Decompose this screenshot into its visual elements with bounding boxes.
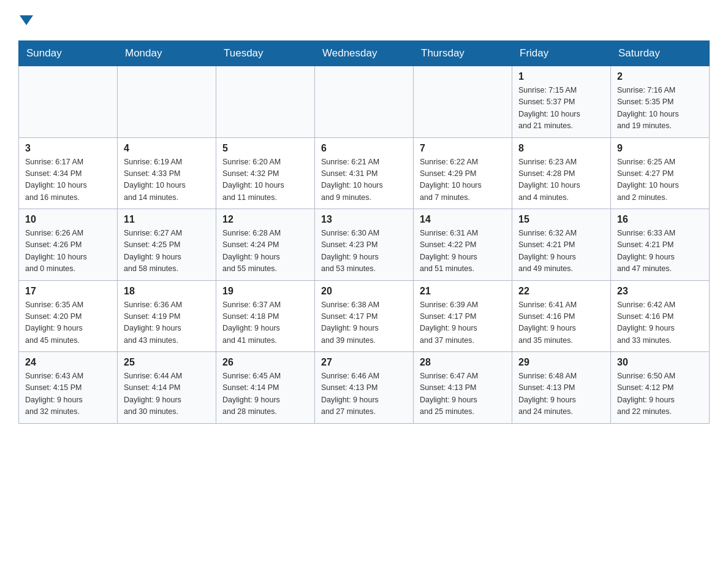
day-number: 4 [124,143,210,154]
day-info: Sunrise: 7:16 AMSunset: 5:35 PMDaylight:… [617,85,703,132]
day-info: Sunrise: 6:41 AMSunset: 4:16 PMDaylight:… [518,299,604,347]
calendar-day-cell: 23Sunrise: 6:42 AMSunset: 4:16 PMDayligh… [611,280,710,352]
day-info: Sunrise: 6:23 AMSunset: 4:28 PMDaylight:… [518,156,604,204]
calendar-week-row: 10Sunrise: 6:26 AMSunset: 4:26 PMDayligh… [19,209,710,281]
calendar-day-cell: 28Sunrise: 6:47 AMSunset: 4:13 PMDayligh… [414,352,512,424]
day-info: Sunrise: 6:35 AMSunset: 4:20 PMDaylight:… [25,299,111,347]
calendar-day-cell: 10Sunrise: 6:26 AMSunset: 4:26 PMDayligh… [19,209,118,281]
day-info: Sunrise: 6:30 AMSunset: 4:23 PMDaylight:… [321,228,407,275]
calendar-day-header: Tuesday [216,41,315,66]
day-number: 21 [420,286,506,297]
calendar-day-cell: 12Sunrise: 6:28 AMSunset: 4:24 PMDayligh… [216,209,315,281]
day-info: Sunrise: 6:42 AMSunset: 4:16 PMDaylight:… [617,299,703,347]
calendar-day-cell: 14Sunrise: 6:31 AMSunset: 4:22 PMDayligh… [414,209,512,281]
day-info: Sunrise: 6:19 AMSunset: 4:33 PMDaylight:… [124,156,210,204]
day-info: Sunrise: 7:15 AMSunset: 5:37 PMDaylight:… [518,85,604,132]
day-info: Sunrise: 6:26 AMSunset: 4:26 PMDaylight:… [25,228,111,275]
calendar-day-cell [315,66,414,138]
day-info: Sunrise: 6:46 AMSunset: 4:13 PMDaylight:… [321,370,407,418]
calendar-day-cell: 27Sunrise: 6:46 AMSunset: 4:13 PMDayligh… [315,352,414,424]
calendar-day-cell [19,66,118,138]
calendar-header-row: SundayMondayTuesdayWednesdayThursdayFrid… [19,41,710,66]
day-number: 23 [617,286,703,297]
calendar-day-cell: 30Sunrise: 6:50 AMSunset: 4:12 PMDayligh… [611,352,710,424]
calendar-day-cell [118,66,216,138]
day-number: 20 [321,286,407,297]
day-info: Sunrise: 6:22 AMSunset: 4:29 PMDaylight:… [420,156,506,204]
day-info: Sunrise: 6:39 AMSunset: 4:17 PMDaylight:… [420,299,506,347]
day-number: 30 [617,357,703,368]
calendar-day-cell: 21Sunrise: 6:39 AMSunset: 4:17 PMDayligh… [414,280,512,352]
calendar-week-row: 17Sunrise: 6:35 AMSunset: 4:20 PMDayligh… [19,280,710,352]
calendar-week-row: 24Sunrise: 6:43 AMSunset: 4:15 PMDayligh… [19,352,710,424]
day-info: Sunrise: 6:32 AMSunset: 4:21 PMDaylight:… [518,228,604,275]
day-number: 10 [25,214,111,225]
day-info: Sunrise: 6:21 AMSunset: 4:31 PMDaylight:… [321,156,407,204]
calendar-day-header: Thursday [414,41,512,66]
day-number: 9 [617,143,703,154]
day-number: 27 [321,357,407,368]
calendar-day-cell: 22Sunrise: 6:41 AMSunset: 4:16 PMDayligh… [512,280,611,352]
day-number: 3 [25,143,111,154]
logo-arrow-icon [20,15,33,29]
day-number: 14 [420,214,506,225]
calendar-day-header: Friday [512,41,611,66]
calendar-day-cell: 6Sunrise: 6:21 AMSunset: 4:31 PMDaylight… [315,137,414,209]
day-number: 16 [617,214,703,225]
day-info: Sunrise: 6:28 AMSunset: 4:24 PMDaylight:… [222,228,308,275]
day-number: 13 [321,214,407,225]
calendar-day-cell: 24Sunrise: 6:43 AMSunset: 4:15 PMDayligh… [19,352,118,424]
day-number: 7 [420,143,506,154]
svg-marker-0 [20,15,33,25]
day-number: 8 [518,143,604,154]
day-info: Sunrise: 6:27 AMSunset: 4:25 PMDaylight:… [124,228,210,275]
calendar-day-cell: 25Sunrise: 6:44 AMSunset: 4:14 PMDayligh… [118,352,216,424]
day-number: 26 [222,357,308,368]
day-number: 18 [124,286,210,297]
calendar-day-header: Wednesday [315,41,414,66]
calendar-table: SundayMondayTuesdayWednesdayThursdayFrid… [18,40,710,424]
day-info: Sunrise: 6:44 AMSunset: 4:14 PMDaylight:… [124,370,210,418]
calendar-day-cell: 4Sunrise: 6:19 AMSunset: 4:33 PMDaylight… [118,137,216,209]
day-number: 17 [25,286,111,297]
calendar-day-cell: 18Sunrise: 6:36 AMSunset: 4:19 PMDayligh… [118,280,216,352]
calendar-day-cell [216,66,315,138]
day-info: Sunrise: 6:36 AMSunset: 4:19 PMDaylight:… [124,299,210,347]
calendar-day-header: Sunday [19,41,118,66]
day-number: 1 [518,71,604,82]
day-number: 15 [518,214,604,225]
day-number: 2 [617,71,703,82]
calendar-week-row: 1Sunrise: 7:15 AMSunset: 5:37 PMDaylight… [19,66,710,138]
calendar-day-header: Monday [118,41,216,66]
day-info: Sunrise: 6:25 AMSunset: 4:27 PMDaylight:… [617,156,703,204]
calendar-day-cell: 9Sunrise: 6:25 AMSunset: 4:27 PMDaylight… [611,137,710,209]
day-number: 24 [25,357,111,368]
calendar-day-cell: 29Sunrise: 6:48 AMSunset: 4:13 PMDayligh… [512,352,611,424]
calendar-day-header: Saturday [611,41,710,66]
logo [18,12,33,31]
day-number: 22 [518,286,604,297]
calendar-day-cell: 11Sunrise: 6:27 AMSunset: 4:25 PMDayligh… [118,209,216,281]
calendar-day-cell: 26Sunrise: 6:45 AMSunset: 4:14 PMDayligh… [216,352,315,424]
day-info: Sunrise: 6:31 AMSunset: 4:22 PMDaylight:… [420,228,506,275]
calendar-day-cell: 8Sunrise: 6:23 AMSunset: 4:28 PMDaylight… [512,137,611,209]
calendar-day-cell: 13Sunrise: 6:30 AMSunset: 4:23 PMDayligh… [315,209,414,281]
day-number: 6 [321,143,407,154]
day-number: 11 [124,214,210,225]
day-number: 25 [124,357,210,368]
day-info: Sunrise: 6:17 AMSunset: 4:34 PMDaylight:… [25,156,111,204]
day-info: Sunrise: 6:50 AMSunset: 4:12 PMDaylight:… [617,370,703,418]
day-number: 12 [222,214,308,225]
calendar-day-cell: 5Sunrise: 6:20 AMSunset: 4:32 PMDaylight… [216,137,315,209]
calendar-day-cell: 2Sunrise: 7:16 AMSunset: 5:35 PMDaylight… [611,66,710,138]
calendar-day-cell: 3Sunrise: 6:17 AMSunset: 4:34 PMDaylight… [19,137,118,209]
calendar-day-cell: 17Sunrise: 6:35 AMSunset: 4:20 PMDayligh… [19,280,118,352]
calendar-day-cell: 19Sunrise: 6:37 AMSunset: 4:18 PMDayligh… [216,280,315,352]
calendar-day-cell [414,66,512,138]
day-info: Sunrise: 6:47 AMSunset: 4:13 PMDaylight:… [420,370,506,418]
day-info: Sunrise: 6:37 AMSunset: 4:18 PMDaylight:… [222,299,308,347]
calendar-day-cell: 16Sunrise: 6:33 AMSunset: 4:21 PMDayligh… [611,209,710,281]
day-info: Sunrise: 6:38 AMSunset: 4:17 PMDaylight:… [321,299,407,347]
day-info: Sunrise: 6:20 AMSunset: 4:32 PMDaylight:… [222,156,308,204]
calendar-day-cell: 20Sunrise: 6:38 AMSunset: 4:17 PMDayligh… [315,280,414,352]
